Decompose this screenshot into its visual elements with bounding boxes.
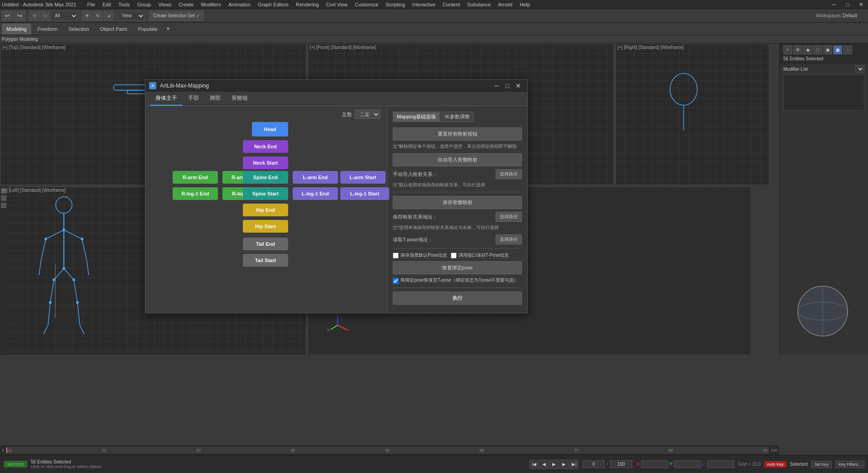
menu-graph-editors[interactable]: Graph Editors <box>254 0 292 9</box>
modal-tab-chain[interactable]: 骨骼链 <box>226 92 253 106</box>
select-path-btn-2[interactable]: 选择路径 <box>496 212 522 222</box>
l-leg1-start-bone-button[interactable]: L-leg-1 Start <box>340 187 389 200</box>
menu-scripting[interactable]: Scripting <box>382 0 409 9</box>
menu-views[interactable]: Views <box>154 0 175 9</box>
rp-btn-1[interactable]: + <box>783 45 792 54</box>
viewport-right2[interactable]: [+] [Right] [Standard] [Wireframe] <box>615 44 769 185</box>
menu-arnold[interactable]: Arnold <box>494 0 516 9</box>
menu-civil-view[interactable]: Civil View <box>323 0 351 9</box>
menu-group[interactable]: Group <box>134 0 155 9</box>
modal-tab-foot[interactable]: 脚部 <box>204 92 226 106</box>
tab-populate[interactable]: Populate <box>133 24 162 34</box>
menu-tools[interactable]: Tools <box>115 0 134 9</box>
current-frame-input[interactable] <box>582 460 605 468</box>
rp-btn-active[interactable]: ▦ <box>833 45 842 54</box>
go-start-button[interactable]: |◀ <box>530 460 539 469</box>
key-filters-button[interactable]: Key Filters... <box>835 461 864 468</box>
y-input[interactable] <box>674 460 701 468</box>
call-interface-checkbox[interactable] <box>451 253 457 258</box>
tab-selection[interactable]: Selection <box>64 24 93 34</box>
modal-tab-hand[interactable]: 手部 <box>183 92 204 106</box>
tail-end-bone-button[interactable]: Tail End <box>243 238 288 250</box>
mapping-tab-ik[interactable]: IK参数调整 <box>441 112 473 122</box>
modal-maximize-button[interactable]: □ <box>502 80 513 91</box>
modal-tab-body[interactable]: 身体主干 <box>150 92 183 106</box>
maximize-button[interactable]: □ <box>841 0 854 9</box>
left-nav-btn-2[interactable] <box>1 195 6 201</box>
tab-modeling[interactable]: Modeling <box>2 24 31 34</box>
save-mapping-button[interactable]: 保存骨骼映射 <box>393 196 522 209</box>
r-arm-end-bone-button[interactable]: R-arm End <box>173 171 218 184</box>
menu-modifiers[interactable]: Modifiers <box>198 0 225 9</box>
tab-freeform[interactable]: Freeform <box>33 24 63 34</box>
spine-end-bone-button[interactable]: Spine End <box>243 171 288 184</box>
modal-close-button[interactable]: ✕ <box>513 80 524 91</box>
scale-button[interactable]: ⊿ <box>104 11 114 21</box>
menu-animation[interactable]: Animation <box>225 0 254 9</box>
select-region-button[interactable]: □ <box>41 11 50 21</box>
set-key-button[interactable]: Set Key <box>811 461 832 468</box>
minimize-button[interactable]: ─ <box>827 0 841 9</box>
restore-pose-button[interactable]: 恢复绑定pose <box>393 261 522 274</box>
timeline-slider[interactable]: 102030405060708090 <box>6 447 769 453</box>
prev-frame-button[interactable]: ◀ <box>540 460 549 469</box>
mapping-tab-basic[interactable]: Mapping基础选项 <box>393 112 440 122</box>
spine-start-bone-button[interactable]: Spine Start <box>243 187 288 200</box>
menu-help[interactable]: Help <box>516 0 534 9</box>
go-end-button[interactable]: ▶| <box>569 460 579 469</box>
modal-titlebar[interactable]: A ArtLib-Max-Mapping ─ □ ✕ <box>145 80 527 92</box>
restore-tpose-checkbox[interactable] <box>393 278 399 284</box>
z-input[interactable] <box>707 460 734 468</box>
l-leg1-end-bone-button[interactable]: L-leg-1 End <box>293 187 338 200</box>
reset-mapping-button[interactable]: 重置所有映射按钮 <box>393 127 522 141</box>
x-input[interactable] <box>641 460 668 468</box>
l-arm-start-bone-button[interactable]: L-arm Start <box>340 171 386 184</box>
end-frame-input[interactable] <box>610 460 632 468</box>
next-frame-button[interactable]: ▶ <box>559 460 569 469</box>
auto-import-button[interactable]: 自动导入骨骼映射 <box>393 153 522 166</box>
neck-end-bone-button[interactable]: Neck End <box>243 140 288 153</box>
neck-start-bone-button[interactable]: Neck Start <box>243 156 288 169</box>
rp-btn-6[interactable]: ⋮ <box>843 45 852 54</box>
rp-btn-5[interactable]: ▣ <box>823 45 832 54</box>
tail-start-bone-button[interactable]: Tail Start <box>243 254 288 267</box>
select-button[interactable]: ⊹ <box>29 11 40 21</box>
menu-create[interactable]: Create <box>175 0 198 9</box>
foot-dropdown[interactable]: 二足 四足 <box>355 110 380 119</box>
filter-dropdown[interactable]: All <box>51 11 78 21</box>
tab-object-paint[interactable]: Object Paint <box>96 24 132 34</box>
hip-end-bone-button[interactable]: Hip End <box>243 204 288 216</box>
select-path-btn-1[interactable]: 选择路径 <box>496 169 522 179</box>
create-selection-button[interactable]: Create Selection Set ✓ <box>149 11 204 21</box>
hip-start-bone-button[interactable]: Hip Start <box>243 220 288 233</box>
rp-btn-2[interactable]: ⚙ <box>793 45 802 54</box>
view-dropdown[interactable]: View <box>118 11 145 21</box>
move-button[interactable]: ✛ <box>82 11 92 21</box>
l-arm-end-bone-button[interactable]: L-arm End <box>293 171 338 184</box>
head-bone-button[interactable]: Head <box>252 122 288 137</box>
close-button[interactable]: ✕ <box>854 0 868 9</box>
rotate-button[interactable]: ↻ <box>93 11 103 21</box>
rp-btn-3[interactable]: ◆ <box>803 45 812 54</box>
menu-content[interactable]: Content <box>439 0 464 9</box>
redo-button[interactable]: ↪ <box>14 11 25 21</box>
play-button[interactable]: ▶ <box>550 460 559 469</box>
mapping-right-tabs: Mapping基础选项 IK参数调整 <box>393 112 522 122</box>
menu-customize[interactable]: Customize <box>351 0 382 9</box>
modal-minimize-button[interactable]: ─ <box>491 80 502 91</box>
menu-interactive[interactable]: Interactive <box>409 0 439 9</box>
select-path-btn-3[interactable]: 选择路径 <box>496 234 522 244</box>
menu-edit[interactable]: Edit <box>99 0 115 9</box>
modifier-list-dropdown[interactable]: ▼ <box>855 65 864 73</box>
left-nav-btn-3[interactable] <box>1 203 6 208</box>
menu-rendering[interactable]: Rendering <box>292 0 323 9</box>
auto-key-button[interactable]: Auto Key <box>764 461 786 468</box>
rp-btn-4[interactable]: □ <box>813 45 822 54</box>
menu-substance[interactable]: Substance <box>463 0 494 9</box>
undo-button[interactable]: ↩ <box>2 11 13 21</box>
save-pose-checkbox[interactable] <box>393 253 399 258</box>
menu-file[interactable]: File <box>83 0 99 9</box>
execute-button[interactable]: 执行 <box>393 292 522 305</box>
r-leg1-end-bone-button[interactable]: R-leg-1 End <box>173 187 218 200</box>
populate-dropdown[interactable]: ▼ <box>166 26 170 31</box>
